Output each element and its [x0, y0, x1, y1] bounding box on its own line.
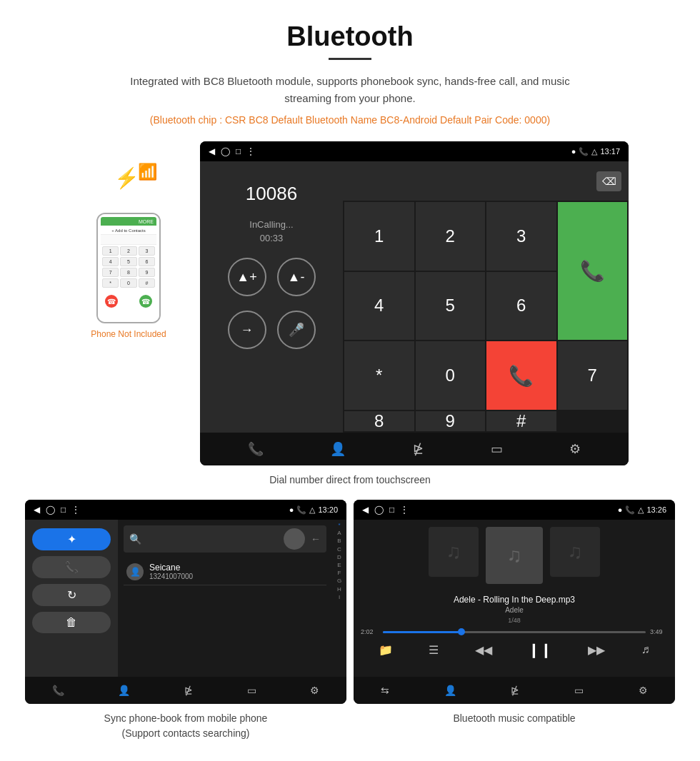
nav-contacts-icon[interactable]: 👤 [330, 441, 346, 457]
phone-key-star[interactable]: * [102, 278, 119, 288]
pb-alpha-list: * A B C D E F G H I [332, 520, 346, 677]
pb-alpha-A[interactable]: A [337, 529, 341, 537]
phone-key-8[interactable]: 8 [120, 268, 136, 277]
pb-nav-phone[interactable]: 📞 [52, 685, 64, 696]
dial-ctrl-row-2: → 🎤 [228, 311, 316, 356]
key-0[interactable]: 0 [416, 341, 486, 410]
pb-alpha-G[interactable]: G [337, 577, 341, 585]
key-7[interactable]: 7 [558, 341, 628, 410]
main-section: ⚡ 📶 MORE + Add to Contacts 1 2 3 4 5 6 7… [0, 141, 700, 465]
music-caption: Bluetooth music compatible [350, 711, 679, 726]
music-albums-row: ♫ ♫ ♫ [361, 527, 668, 584]
phone-key-4[interactable]: 4 [102, 257, 119, 266]
page-title: Bluetooth [0, 0, 700, 58]
key-star[interactable]: * [344, 341, 414, 410]
phone-key-6[interactable]: 6 [139, 257, 155, 266]
phone-key-9[interactable]: 9 [139, 268, 155, 277]
phone-key-3[interactable]: 3 [139, 246, 155, 256]
music-nav-settings[interactable]: ⚙ [639, 685, 648, 696]
phone-key-5[interactable]: 5 [120, 257, 136, 266]
pb-status-left: ◀ ◯ □ ⋮ [34, 505, 80, 515]
pb-list: 🔍 ← 👤 Seicane 13241007000 [118, 520, 332, 677]
key-1[interactable]: 1 [344, 202, 414, 271]
pb-delete-btn[interactable]: 🗑 [32, 612, 111, 633]
pb-nav-dialpad[interactable]: ⋭ [184, 685, 193, 696]
music-time-current: 2:02 [361, 628, 379, 635]
key-6[interactable]: 6 [486, 272, 556, 341]
music-folder-btn[interactable]: 📁 [379, 643, 393, 657]
volume-up-btn[interactable]: ▲+ [228, 258, 266, 296]
pb-alpha-B[interactable]: B [337, 537, 341, 545]
nav-phone-icon[interactable]: 📞 [248, 441, 264, 457]
phone-key-7[interactable]: 7 [102, 268, 119, 277]
pb-status-icon: ⋮ [71, 505, 80, 515]
key-5[interactable]: 5 [416, 272, 486, 341]
music-play-btn[interactable]: ❙❙ [528, 641, 552, 658]
key-2[interactable]: 2 [416, 202, 486, 271]
subtitle-text: Integrated with BC8 Bluetooth module, su… [107, 73, 593, 107]
key-call[interactable]: 📞 [558, 202, 628, 340]
pb-alpha-E[interactable]: E [337, 561, 341, 569]
nav-transfer-icon[interactable]: ▭ [491, 441, 503, 457]
mute-btn[interactable]: 🎤 [277, 311, 316, 349]
music-list-btn[interactable]: ☰ [429, 643, 439, 657]
incalling-text: InCalling... [249, 219, 293, 230]
pb-nav-contacts[interactable]: 👤 [118, 685, 130, 696]
phone-key-hash[interactable]: # [139, 278, 155, 288]
music-next-btn[interactable]: ▶▶ [588, 643, 605, 657]
music-eq-btn[interactable]: ♬ [641, 643, 650, 656]
pb-alpha-H[interactable]: H [337, 585, 341, 593]
phone-not-included-label: Phone Not Included [71, 329, 186, 339]
nav-settings-icon[interactable]: ⚙ [569, 441, 581, 457]
pb-alpha-D[interactable]: D [337, 553, 341, 561]
pb-nav-settings[interactable]: ⚙ [310, 685, 319, 696]
title-divider [329, 58, 371, 60]
music-nav-transfer[interactable]: ▭ [574, 685, 584, 696]
pb-alpha-F[interactable]: F [338, 569, 341, 577]
phone-key-2[interactable]: 2 [120, 246, 136, 256]
transfer-btn[interactable]: → [228, 311, 266, 349]
music-prev-btn[interactable]: ◀◀ [475, 643, 492, 657]
backspace-btn[interactable]: ⌫ [596, 171, 621, 191]
phone-body: MORE + Add to Contacts 1 2 3 4 5 6 7 8 9… [96, 213, 161, 323]
call-timer: 00:33 [260, 233, 284, 243]
status-time: 13:17 [600, 147, 620, 156]
pb-back-arrow[interactable]: ← [311, 533, 321, 545]
gps-icon: ● [571, 147, 576, 156]
pb-contact-row[interactable]: 👤 Seicane 13241007000 [124, 558, 326, 585]
dial-nav-bar: 📞 👤 ⋭ ▭ ⚙ [200, 433, 629, 465]
phone-key-1[interactable]: 1 [102, 246, 119, 256]
nav-recent-icon: □ [236, 146, 241, 156]
phone-key-grid: 1 2 3 4 5 6 7 8 9 * 0 # [101, 245, 156, 289]
key-hash[interactable]: # [486, 411, 556, 431]
pb-phone-btn[interactable]: 📞 [32, 556, 111, 578]
pb-bluetooth-btn[interactable]: ✦ [32, 528, 111, 550]
pb-alpha-C[interactable]: C [337, 545, 341, 553]
music-nav-home: ◯ [374, 505, 384, 515]
pb-alpha-I[interactable]: I [339, 593, 340, 601]
music-progress-bar[interactable] [383, 631, 646, 633]
phone-screen: MORE + Add to Contacts 1 2 3 4 5 6 7 8 9… [98, 214, 159, 322]
nav-dialpad-icon[interactable]: ⋭ [413, 441, 424, 457]
pb-alpha-star[interactable]: * [338, 521, 340, 529]
pb-contact-number: 13241007000 [149, 573, 193, 580]
nav-home-icon: ◯ [221, 146, 230, 156]
music-nav-contacts[interactable]: 👤 [444, 685, 456, 696]
pb-nav-transfer[interactable]: ▭ [247, 685, 256, 696]
key-8[interactable]: 8 [344, 411, 414, 431]
music-nav-dialpad[interactable]: ⋭ [511, 685, 519, 696]
key-end[interactable]: 📞 [486, 341, 556, 410]
key-4[interactable]: 4 [344, 272, 414, 341]
music-song-title: Adele - Rolling In the Deep.mp3 [361, 595, 668, 605]
phone-call-btn[interactable]: ☎ [139, 295, 152, 308]
music-nav-shuffle[interactable]: ⇆ [381, 685, 389, 696]
phone-key-0[interactable]: 0 [120, 278, 136, 288]
key-9[interactable]: 9 [416, 411, 486, 431]
key-3[interactable]: 3 [486, 202, 556, 271]
phone-end-btn[interactable]: ☎ [105, 295, 118, 308]
music-progress-fill [383, 631, 461, 633]
pb-search-row: 🔍 ← [124, 525, 326, 553]
pb-sync-btn[interactable]: ↻ [32, 584, 111, 606]
pb-content: ✦ 📞 ↻ 🗑 🔍 ← 👤 [25, 520, 346, 677]
volume-down-btn[interactable]: ▲- [277, 258, 316, 296]
